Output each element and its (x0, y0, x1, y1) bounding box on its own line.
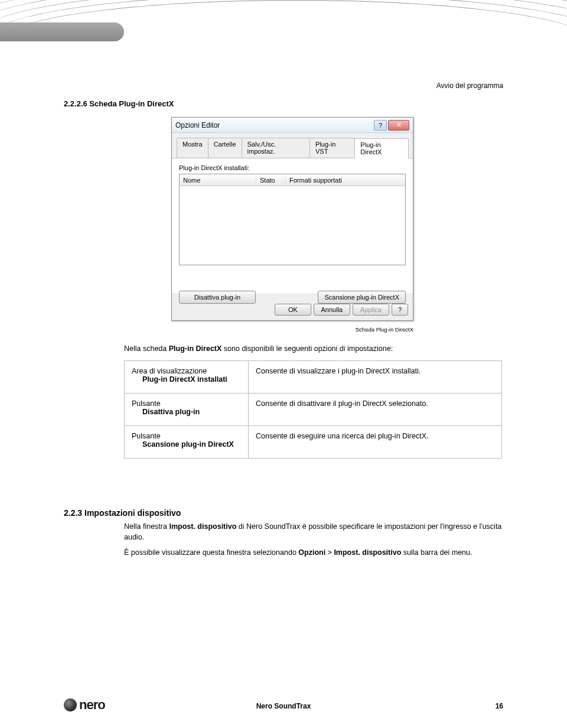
dialog-titlebar: Opzioni Editor ? ✕ (172, 118, 413, 133)
dialog-title: Opzioni Editor (175, 121, 373, 129)
section-2-2-3: 2.2.3 Impostazioni dispositivo Nella fin… (64, 508, 503, 563)
tab-plugin-vst[interactable]: Plug-in VST (309, 138, 355, 158)
row1-label: Area di visualizzazione (132, 367, 241, 375)
tab-strip: Mostra Cartelle Salv./Usc. impostaz. Plu… (172, 133, 413, 158)
tab-salv-usc[interactable]: Salv./Usc. impostaz. (242, 138, 311, 158)
row2-bold: Disattiva plug-in (142, 408, 200, 416)
footer-center: Nero SoundTrax (256, 702, 311, 710)
scan-plugin-button[interactable]: Scansione plug-in DirectX (318, 291, 406, 304)
row1-desc: Consente di visualizzare i plug-in Direc… (249, 361, 502, 394)
table-row: Area di visualizzazione Plug-in DirectX … (125, 361, 502, 394)
tab-mostra[interactable]: Mostra (177, 138, 208, 158)
ok-button[interactable]: OK (275, 304, 311, 316)
col-nome[interactable]: Nome (180, 177, 256, 184)
section2-p2: È possibile visualizzare questa finestra… (124, 547, 503, 558)
header-decoration (0, 0, 567, 83)
options-dialog: Opzioni Editor ? ✕ Mostra Cartelle Salv.… (171, 117, 413, 321)
row2-desc: Consente di disattivare il plug-in Direc… (249, 394, 502, 426)
listbox-label: Plug-in DirectX installati: (179, 164, 406, 171)
options-table: Area di visualizzazione Plug-in DirectX … (124, 360, 502, 459)
disable-plugin-button[interactable]: Disattiva plug-in (179, 291, 256, 304)
dialog-body: Plug-in DirectX installati: Nome Stato F… (172, 158, 413, 293)
nero-logo: nero (64, 697, 105, 713)
listbox-header: Nome Stato Formati supportati (180, 174, 405, 186)
cancel-button[interactable]: Annulla (314, 304, 350, 316)
section2-p1: Nella finestra Impost. dispositivo di Ne… (124, 521, 503, 542)
table-row: Pulsante Scansione plug-in DirectX Conse… (125, 426, 502, 459)
plugin-listbox[interactable]: Nome Stato Formati supportati (179, 174, 406, 265)
figure-caption: Scheda Plug-in DirectX (356, 326, 413, 333)
page-number: 16 (496, 702, 503, 710)
row3-desc: Consente di eseguire una ricerca dei plu… (249, 426, 502, 459)
section2-heading: 2.2.3 Impostazioni dispositivo (64, 508, 503, 518)
help-button[interactable]: ? (392, 304, 408, 316)
table-row: Pulsante Disattiva plug-in Consente di d… (125, 394, 502, 426)
apply-button[interactable]: Applica (353, 304, 389, 316)
tab-plugin-directx[interactable]: Plug-in DirectX (354, 138, 409, 158)
page-header: Avvio del programma (436, 82, 503, 90)
row2-label: Pulsante (132, 399, 241, 408)
row3-label: Pulsante (132, 432, 241, 440)
intro-paragraph: Nella scheda Plug-in DirectX sono dispon… (124, 344, 502, 355)
section-heading: 2.2.2.6 Scheda Plug-in DirectX (64, 99, 174, 108)
tab-cartelle[interactable]: Cartelle (208, 138, 242, 158)
close-icon[interactable]: ✕ (388, 120, 409, 131)
row3-bold: Scansione plug-in DirectX (142, 440, 234, 448)
row1-bold: Plug-in DirectX installati (142, 375, 227, 384)
col-formati[interactable]: Formati supportati (286, 177, 405, 184)
page-footer: nero Nero SoundTrax 16 (0, 702, 567, 710)
help-icon[interactable]: ? (374, 120, 387, 131)
col-stato[interactable]: Stato (256, 177, 286, 184)
